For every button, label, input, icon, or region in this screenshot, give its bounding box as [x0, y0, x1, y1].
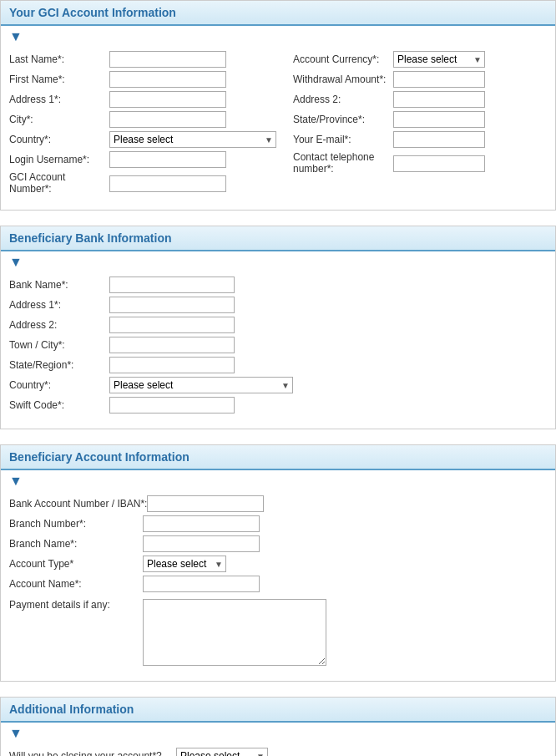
- gci-account-label: GCI AccountNumber*:: [9, 171, 109, 195]
- beneficiary-account-title: Beneficiary Account Information: [9, 450, 547, 464]
- bank-name-row: Bank Name*:: [9, 277, 547, 293]
- telephone-row: Contact telephonenumber*:: [293, 151, 547, 175]
- iban-row: Bank Account Number / IBAN*:: [9, 495, 547, 512]
- address2-label: Address 2:: [293, 94, 393, 105]
- additional-info-header: Additional Information: [1, 698, 555, 723]
- state-province-row: State/Province*:: [293, 111, 547, 128]
- last-name-label: Last Name*:: [9, 53, 109, 65]
- bank-state-row: State/Region*:: [9, 357, 547, 373]
- account-type-wrapper: Please select: [143, 556, 226, 572]
- login-username-input[interactable]: [109, 151, 226, 168]
- account-name-row: Account Name*:: [9, 576, 547, 592]
- beneficiary-account-arrow: [1, 470, 555, 489]
- state-province-label: State/Province*:: [293, 114, 393, 125]
- beneficiary-bank-header: Beneficiary Bank Information: [1, 226, 555, 251]
- last-name-input[interactable]: [109, 51, 226, 68]
- email-label: Your E-mail*:: [293, 134, 393, 145]
- bank-address1-input[interactable]: [109, 297, 235, 313]
- payment-details-row: Payment details if any:: [9, 599, 547, 666]
- beneficiary-account-body: Bank Account Number / IBAN*: Branch Numb…: [1, 489, 555, 681]
- first-name-input[interactable]: [109, 71, 226, 88]
- bank-city-row: Town / City*:: [9, 337, 547, 353]
- country-select-wrapper: Please select: [109, 131, 276, 148]
- swift-code-input[interactable]: [109, 397, 235, 414]
- branch-name-input[interactable]: [143, 535, 260, 552]
- address2-input[interactable]: [393, 91, 485, 108]
- bank-address2-label: Address 2:: [9, 319, 109, 331]
- closing-account-wrapper: Please select: [176, 748, 268, 756]
- account-type-row: Account Type* Please select: [9, 556, 547, 572]
- gci-account-number-input[interactable]: [109, 175, 226, 192]
- account-currency-row: Account Currency*: Please select: [293, 51, 547, 68]
- branch-number-input[interactable]: [143, 515, 260, 532]
- branch-number-row: Branch Number*:: [9, 515, 547, 532]
- city-row: City*:: [9, 111, 276, 128]
- bank-state-label: State/Region*:: [9, 359, 109, 371]
- withdrawal-amount-label: Withdrawal Amount*:: [293, 74, 393, 85]
- city-input[interactable]: [109, 111, 226, 128]
- address1-row: Address 1*:: [9, 91, 276, 108]
- address2-row: Address 2:: [293, 91, 547, 108]
- city-label: City*:: [9, 114, 109, 125]
- country-select[interactable]: Please select: [109, 131, 276, 148]
- country-label: Country*:: [9, 134, 109, 145]
- gci-left-col: Last Name*: First Name*: Address 1*: Cit…: [9, 51, 276, 198]
- bank-name-input[interactable]: [109, 277, 235, 293]
- bank-address1-row: Address 1*:: [9, 297, 547, 313]
- bank-country-select[interactable]: Please select: [109, 377, 293, 393]
- iban-input[interactable]: [147, 495, 264, 512]
- address1-input[interactable]: [109, 91, 226, 108]
- branch-name-label: Branch Name*:: [9, 538, 143, 550]
- login-username-row: Login Username*:: [9, 151, 276, 168]
- account-type-select[interactable]: Please select: [143, 556, 226, 572]
- bank-address1-label: Address 1*:: [9, 299, 109, 311]
- account-name-label: Account Name*:: [9, 578, 143, 590]
- bank-country-row: Country*: Please select: [9, 377, 547, 393]
- iban-label: Bank Account Number / IBAN*:: [9, 498, 147, 510]
- gci-section-body: Last Name*: First Name*: Address 1*: Cit…: [1, 44, 555, 210]
- closing-account-label: Will you be closing your account*?: [9, 750, 176, 756]
- telephone-input[interactable]: [393, 155, 485, 172]
- additional-info-title: Additional Information: [9, 703, 547, 716]
- withdrawal-amount-input[interactable]: [393, 71, 485, 88]
- address1-label: Address 1*:: [9, 94, 109, 105]
- account-type-label: Account Type*: [9, 558, 143, 570]
- bank-state-input[interactable]: [109, 357, 235, 373]
- swift-code-label: Swift Code*:: [9, 399, 109, 411]
- bank-address2-row: Address 2:: [9, 317, 547, 333]
- closing-account-row: Will you be closing your account*? Pleas…: [9, 748, 547, 756]
- additional-info-body: Will you be closing your account*? Pleas…: [1, 741, 555, 756]
- closing-account-select[interactable]: Please select: [176, 748, 268, 756]
- login-username-label: Login Username*:: [9, 154, 109, 165]
- state-province-input[interactable]: [393, 111, 485, 128]
- first-name-row: First Name*:: [9, 71, 276, 88]
- account-name-input[interactable]: [143, 576, 260, 592]
- gci-section: Your GCI Account Information Last Name*:…: [0, 0, 556, 211]
- bank-address2-input[interactable]: [109, 317, 235, 333]
- gci-account-number-row: GCI AccountNumber*:: [9, 171, 276, 195]
- gci-section-arrow: [1, 26, 555, 44]
- account-currency-label: Account Currency*:: [293, 53, 393, 65]
- withdrawal-amount-row: Withdrawal Amount*:: [293, 71, 547, 88]
- gci-section-header: Your GCI Account Information: [1, 1, 555, 26]
- email-row: Your E-mail*:: [293, 131, 547, 148]
- beneficiary-bank-title: Beneficiary Bank Information: [9, 231, 547, 245]
- additional-info-section: Additional Information Will you be closi…: [0, 697, 556, 756]
- swift-code-row: Swift Code*:: [9, 397, 547, 414]
- telephone-label: Contact telephonenumber*:: [293, 151, 393, 175]
- account-currency-select[interactable]: Please select: [393, 51, 485, 68]
- additional-info-arrow: [1, 723, 555, 741]
- first-name-label: First Name*:: [9, 74, 109, 85]
- branch-name-row: Branch Name*:: [9, 535, 547, 552]
- beneficiary-bank-body: Bank Name*: Address 1*: Address 2: Town …: [1, 270, 555, 429]
- bank-city-input[interactable]: [109, 337, 235, 353]
- last-name-row: Last Name*:: [9, 51, 276, 68]
- bank-country-label: Country*:: [9, 379, 109, 391]
- bank-country-wrapper: Please select: [109, 377, 293, 393]
- payment-details-textarea[interactable]: [143, 599, 326, 666]
- bank-city-label: Town / City*:: [9, 339, 109, 351]
- country-row: Country*: Please select: [9, 131, 276, 148]
- beneficiary-bank-arrow: [1, 251, 555, 270]
- email-input[interactable]: [393, 131, 485, 148]
- payment-details-label: Payment details if any:: [9, 599, 143, 611]
